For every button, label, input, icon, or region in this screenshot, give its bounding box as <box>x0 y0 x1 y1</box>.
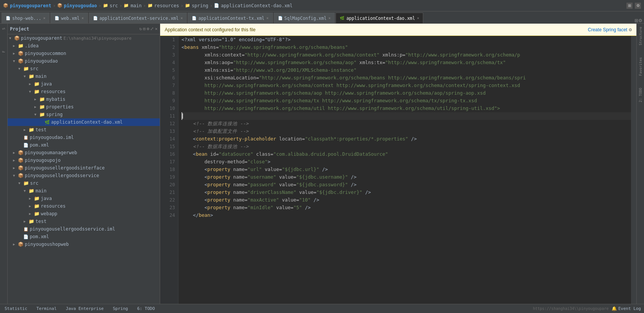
close-sqlmap[interactable]: × <box>328 16 331 20</box>
tab-dao[interactable]: 🌿 applicationContext-dao.xml × <box>336 13 423 23</box>
code-editor[interactable]: <?xml version="1.0" encoding="UTF-8"?> <… <box>178 36 631 304</box>
sync-icon[interactable]: ↻ <box>140 26 142 31</box>
arrow-test-sgs: ▶ <box>24 219 27 223</box>
tree-main-sgs[interactable]: ▼ 📁 main <box>8 187 160 195</box>
tree-test-sgs[interactable]: ▶ 📁 test <box>8 218 160 225</box>
tree-mybatis[interactable]: ▶ 📁 mybatis <box>8 95 160 103</box>
tree-webapp-sgs[interactable]: ▶ 📁 webapp <box>8 210 160 218</box>
close-service[interactable]: × <box>180 16 183 20</box>
warning-bar: Application context not configured for t… <box>160 24 636 36</box>
tree-sgs[interactable]: ▼ 📦 pinyougousellergoodsservice <box>8 172 160 179</box>
bottom-tab-spring[interactable]: Spring <box>111 305 130 313</box>
tab-tx[interactable]: 📄 applicationContext-tx.xml × <box>188 13 273 23</box>
tree-main-dao[interactable]: ▼ 📁 main <box>8 73 160 80</box>
todo-panel-label[interactable]: 2: TODO <box>639 86 642 104</box>
module-icon-parent: 📦 <box>14 35 20 41</box>
code-line-8: http://www.springframework.org/schema/ao… <box>181 89 631 97</box>
tree-src-sgs[interactable]: ▼ 📁 src <box>8 179 160 187</box>
arrow-java-dao: ▶ <box>29 82 33 86</box>
tab-service[interactable]: 📄 applicationContext-service.xml × <box>89 13 187 23</box>
iml-icon-sgs: 📋 <box>23 227 29 232</box>
breadcrumb-pinyougoudao[interactable]: pinyougoudao <box>64 3 97 8</box>
tab-shopweb[interactable]: 📄 shop-web... × <box>2 13 50 23</box>
tree-resources-sgs[interactable]: ▶ 📁 resources <box>8 202 160 210</box>
ln-10: 10 <box>160 105 175 112</box>
arrow-idea: ▶ <box>13 44 17 48</box>
ln-3: 3 <box>160 51 175 59</box>
arrow-shopweb: ▶ <box>13 242 17 246</box>
ln-5: 5 <box>160 66 175 74</box>
close-shopweb[interactable]: × <box>43 16 45 20</box>
xml-icon-web: 📄 <box>55 16 59 20</box>
tree-pom-sgs[interactable]: ▶ 📄 pom.xml <box>8 233 160 240</box>
close-tx[interactable]: × <box>267 16 269 20</box>
code-line-4: xmlns:aop="http://www.springframework.or… <box>181 59 631 66</box>
event-log-btn[interactable]: 🔔 Event Log <box>612 306 641 311</box>
create-spring-facet-link[interactable]: Create Spring facet <box>588 27 627 32</box>
tree-test-dao[interactable]: ▶ 📁 test <box>8 126 160 134</box>
tree-shopweb[interactable]: ▶ 📦 pinyougoushopweb <box>8 240 160 248</box>
tab-webxml[interactable]: 📄 web.xml × <box>50 13 88 23</box>
settings-btn[interactable]: ⚙ <box>635 3 641 9</box>
structure-icon[interactable]: S <box>0 25 7 32</box>
tree-appcontext-dao[interactable]: ▶ 🌿 applicationContext-dao.xml <box>8 118 160 126</box>
module-icon2: 📦 <box>57 3 63 8</box>
bottom-tab-statistic[interactable]: Statistic <box>3 305 29 313</box>
tree-pojo[interactable]: ▶ 📦 pinyougoupojo <box>8 156 160 164</box>
tree-sellerinterface[interactable]: ▶ 📦 pinyougousellergoodsinterface <box>8 164 160 172</box>
favorites-panel-label[interactable]: Favorites <box>639 56 642 77</box>
tree-common[interactable]: ▶ 📦 pinyougoucommon <box>8 50 160 57</box>
close-webxml[interactable]: × <box>82 16 84 20</box>
warning-gear-icon[interactable]: ⚙ <box>629 27 632 32</box>
tab-dao-label: applicationContext-dao.xml <box>346 16 415 21</box>
close-dao[interactable]: × <box>417 16 419 20</box>
left-icon-strip: S F <box>0 24 8 304</box>
arrow-properties: ▶ <box>34 105 38 109</box>
tree-sgs-iml[interactable]: ▶ 📋 pinyougousellergoodsservice.iml <box>8 225 160 233</box>
event-log-icon: 🔔 <box>612 306 617 311</box>
editor-area: 1 2 3 4 5 6 7 8 9 10 11 12 13 14 15 16 1… <box>160 36 636 304</box>
tree-pom-dao[interactable]: ▶ 📄 pom.xml <box>8 141 160 149</box>
code-line-3: xmlns:context="http://www.springframewor… <box>181 51 631 59</box>
ln-8: 8 <box>160 89 175 97</box>
bottom-tab-terminal[interactable]: Terminal <box>35 305 58 313</box>
arrow-java-sgs: ▶ <box>29 197 33 200</box>
tree-java-sgs[interactable]: ▶ 📁 java <box>8 195 160 202</box>
collapse-icon[interactable]: ⊟ <box>143 26 146 31</box>
tree-pinyougouparent[interactable]: ▼ 📦 pinyougouparent E:\shanghai34\pinyou… <box>8 34 160 42</box>
arrow-managerweb: ▶ <box>13 151 17 155</box>
tree-properties[interactable]: ▶ 📁 properties <box>8 103 160 111</box>
code-line-22: <property name="maxActive" value="10" /> <box>181 196 631 204</box>
tree-managerweb[interactable]: ▶ 📦 pinyougoumanagerweb <box>8 149 160 156</box>
tree-resources-dao[interactable]: ▼ 📁 resources <box>8 88 160 95</box>
main-content: S F Project ↻ ⊟ ⚙ ⤢ ✕ ▼ 📦 pinyougouparen… <box>0 24 644 304</box>
breadcrumb-pinyougouparent[interactable]: pinyougouparent <box>10 3 51 8</box>
tab-settings-btn[interactable]: ⚙ <box>638 18 642 23</box>
bottom-tab-todo[interactable]: 6: TODO <box>136 305 156 313</box>
favorites-icon[interactable]: F <box>0 48 7 55</box>
ln-12: 12 <box>160 120 175 127</box>
ln-15: 15 <box>160 143 175 150</box>
file-icon-dao: 📄 <box>214 3 219 8</box>
tab-list-btn[interactable]: ⊞ <box>634 18 638 23</box>
close-panel-icon[interactable]: ✕ <box>155 26 157 31</box>
tree-dao-module[interactable]: ▼ 📦 pinyougoudao <box>8 57 160 65</box>
expand-icon[interactable]: ⤢ <box>150 26 154 31</box>
tree-idea[interactable]: ▶ 📁 .idea <box>8 42 160 50</box>
bottom-tab-java-enterprise[interactable]: Java Enterprise <box>64 305 105 313</box>
tab-sqlmap[interactable]: 📄 SqlMapConfig.xml × <box>274 13 335 23</box>
arrow-main-dao: ▼ <box>24 74 27 78</box>
tree-src-dao[interactable]: ▼ 📁 src <box>8 65 160 73</box>
tree-spring-folder[interactable]: ▼ 📁 spring <box>8 111 160 118</box>
code-line-7: http://www.springframework.org/schema/co… <box>181 82 631 89</box>
structure-panel-label[interactable]: Structure <box>639 25 642 47</box>
code-line-23: <property name="minIdle" value="5" /> <box>181 204 631 211</box>
layout-btn[interactable]: ⊞ <box>626 3 633 9</box>
tree-java-dao[interactable]: ▶ 📁 java <box>8 80 160 88</box>
gear-icon[interactable]: ⚙ <box>147 26 149 31</box>
arrow-spring-folder: ▼ <box>34 113 38 116</box>
code-line-5: xmlns:xsi="http://www.w3.org/2001/XMLSch… <box>181 66 631 74</box>
code-line-18: <property name="url" value="${jdbc.url}"… <box>181 166 631 173</box>
tree-dao-iml[interactable]: ▶ 📋 pinyougoudao.iml <box>8 134 160 141</box>
code-line-11[interactable] <box>181 112 631 120</box>
